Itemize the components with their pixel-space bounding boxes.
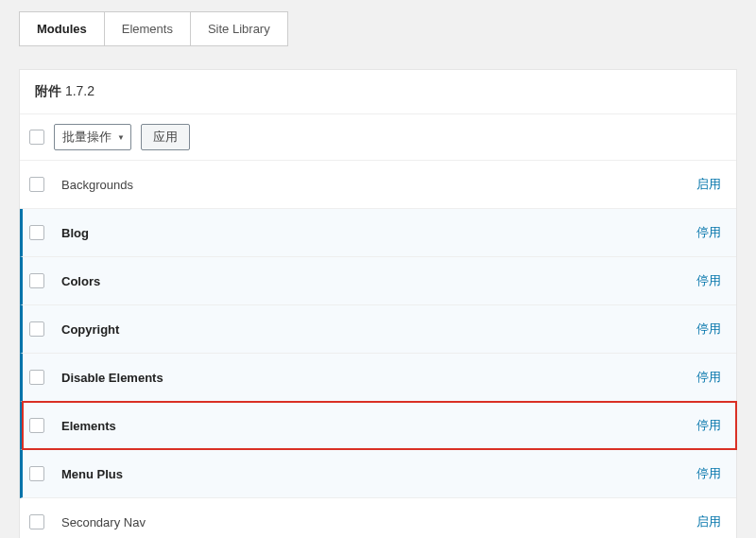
- tab-modules[interactable]: Modules: [19, 11, 105, 46]
- module-row: Copyright停用: [20, 305, 736, 354]
- deactivate-link[interactable]: 停用: [696, 272, 721, 289]
- deactivate-link[interactable]: 停用: [696, 224, 721, 241]
- tab-site-library[interactable]: Site Library: [190, 11, 288, 46]
- module-row: Menu Plus停用: [20, 450, 736, 498]
- bulk-action-select-label: 批量操作: [62, 130, 112, 144]
- module-row: Blog停用: [20, 209, 736, 257]
- module-name: Elements: [61, 419, 696, 433]
- row-checkbox[interactable]: [29, 225, 44, 240]
- row-checkbox[interactable]: [29, 466, 44, 481]
- row-checkbox[interactable]: [29, 321, 44, 337]
- bulk-action-select[interactable]: 批量操作: [54, 124, 131, 150]
- module-name: Blog: [61, 226, 696, 240]
- activate-link[interactable]: 启用: [696, 176, 721, 193]
- module-name: Secondary Nav: [61, 515, 696, 529]
- deactivate-link[interactable]: 停用: [696, 417, 721, 434]
- module-row: Secondary Nav启用: [20, 498, 736, 538]
- deactivate-link[interactable]: 停用: [696, 369, 721, 386]
- tabs-bar: ModulesElementsSite Library: [19, 11, 737, 46]
- deactivate-link[interactable]: 停用: [696, 465, 721, 482]
- row-checkbox[interactable]: [29, 273, 44, 288]
- row-checkbox[interactable]: [29, 418, 44, 433]
- page-container: ModulesElementsSite Library 附件 1.7.2 批量操…: [0, 0, 756, 538]
- panel-title-bold: 附件: [35, 83, 61, 98]
- module-name: Disable Elements: [61, 371, 696, 385]
- module-row: Elements停用: [20, 402, 736, 450]
- select-all-checkbox[interactable]: [29, 130, 44, 145]
- module-name: Copyright: [61, 322, 696, 337]
- row-checkbox[interactable]: [29, 514, 44, 529]
- module-row: Disable Elements停用: [20, 354, 736, 402]
- activate-link[interactable]: 启用: [696, 513, 721, 530]
- module-name: Backgrounds: [61, 178, 696, 192]
- row-checkbox[interactable]: [29, 177, 44, 192]
- module-name: Colors: [61, 274, 696, 288]
- bulk-apply-button[interactable]: 应用: [141, 124, 190, 150]
- deactivate-link[interactable]: 停用: [696, 321, 721, 338]
- module-rows: Backgrounds启用Blog停用Colors停用Copyright停用Di…: [20, 161, 736, 538]
- bulk-action-bar: 批量操作 应用: [20, 114, 736, 161]
- panel-title: 附件 1.7.2: [20, 70, 736, 114]
- modules-panel: 附件 1.7.2 批量操作 应用 Backgrounds启用Blog停用Colo…: [19, 69, 737, 538]
- panel-title-version: 1.7.2: [65, 83, 94, 98]
- module-row: Colors停用: [20, 257, 736, 305]
- module-row: Backgrounds启用: [20, 161, 736, 209]
- module-name: Menu Plus: [61, 467, 696, 481]
- row-checkbox[interactable]: [29, 370, 44, 385]
- tab-elements[interactable]: Elements: [104, 11, 191, 46]
